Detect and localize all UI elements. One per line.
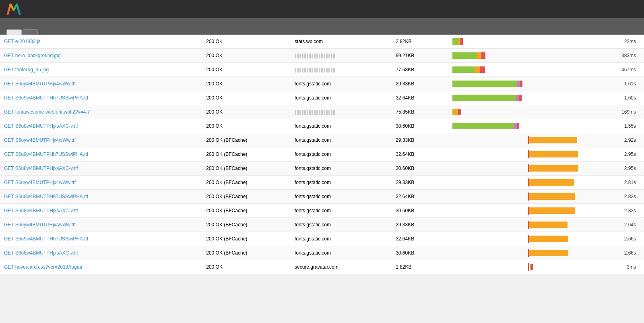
- table-row: GET S6uyw4BMUTPHjx4wWw.ttf200 OKfonts.gs…: [0, 77, 644, 91]
- row-size: 29.33KB: [392, 133, 448, 147]
- table-row: GET S6u9w4BMUTPHh7USSwiPHA.ttf200 OKfont…: [0, 91, 644, 105]
- row-url-link[interactable]: GET hovercard.css?ver=2018Augaa: [4, 264, 82, 270]
- monitis-logo: [6, 2, 21, 16]
- row-time: 2.81s: [593, 176, 644, 190]
- row-chart: [448, 204, 593, 218]
- table-row: GET fontawesome-webfont.woff2?v=4.7200 O…: [0, 105, 644, 119]
- row-url-link[interactable]: GET S6uyw4BMUTPHjx4wWw.ttf: [4, 180, 76, 185]
- bar-segment: [460, 38, 463, 45]
- red-vertical-line: [528, 136, 529, 144]
- row-time: 2.95s: [593, 162, 644, 176]
- row-chart: [448, 147, 593, 162]
- row-chart: [448, 77, 593, 91]
- bar-segment: [516, 95, 519, 101]
- bar-segment: [458, 109, 461, 115]
- row-url-link[interactable]: GET e-201832.js: [4, 39, 41, 44]
- row-url-link[interactable]: GET fontawesome-webfont.woff2?v=4.7: [4, 109, 90, 115]
- row-url-link[interactable]: GET S6uyw4BMUTPHjx4wWw.ttf: [4, 222, 76, 228]
- row-host: fonts.gstatic.com: [291, 246, 392, 260]
- row-size: 32.64KB: [392, 147, 448, 162]
- bar-segment: [529, 193, 575, 200]
- bar-segment: [452, 109, 458, 115]
- bar-segment: [520, 81, 522, 87]
- row-url-link[interactable]: GET S6u9w4BMUTPHh7USSwiPHA.ttf: [4, 151, 88, 157]
- bar-segment: [480, 66, 485, 73]
- row-url-link[interactable]: GET S6u9w4BMUTPHh7USSwiPHA.ttf: [4, 194, 88, 199]
- bar-segment: [481, 52, 485, 59]
- row-status: 200 OK: [202, 35, 291, 49]
- row-url-link[interactable]: GET S6uyw4BMUTPHjx4wWw.ttf: [4, 137, 76, 143]
- row-url-link[interactable]: GET hero_background.jpg: [4, 53, 61, 58]
- row-status: 200 OK: [202, 105, 291, 119]
- row-time: 1.61s: [593, 77, 644, 91]
- row-time: 2.83s: [593, 190, 644, 204]
- table-row: GET S6u9w4BMUTPHh7USSwiPHA.ttf200 OK (BF…: [0, 190, 644, 204]
- table-row: GET S6u9w4BMUTPHh7USSwiPHA.ttf200 OK (BF…: [0, 232, 644, 246]
- bar-segment: [452, 95, 516, 101]
- row-chart: [448, 35, 593, 49]
- bar-segment: [529, 222, 568, 228]
- row-time: 2.95s: [593, 147, 644, 162]
- waterfall-table: GET e-201832.js200 OKstats.wp.com2.82KB2…: [0, 35, 644, 274]
- bar-segment: [529, 207, 575, 214]
- row-time: 2.66s: [593, 232, 644, 246]
- row-url-link[interactable]: GET S6u8w4BMUTPHjxsAXC-v.ttf: [4, 123, 78, 129]
- row-chart: [448, 119, 593, 133]
- row-host: fonts.gstatic.com: [291, 204, 392, 218]
- row-host: fonts.gstatic.com: [291, 119, 392, 133]
- table-row: GET S6uyw4BMUTPHjx4wWw.ttf200 OK (BFCach…: [0, 218, 644, 232]
- tabs-bar: [0, 18, 644, 35]
- bar-segment: [517, 81, 520, 87]
- row-status: 200 OK (BFCache): [202, 218, 291, 232]
- row-host: fonts.gstatic.com: [291, 77, 392, 91]
- row-size: 30.60KB: [392, 204, 448, 218]
- row-status: 200 OK (BFCache): [202, 133, 291, 147]
- row-status: 200 OK (BFCache): [202, 162, 291, 176]
- row-time: 2.83s: [593, 204, 644, 218]
- bar-segment: [517, 123, 519, 129]
- row-time: 383ms: [593, 49, 644, 63]
- table-row: GET e-201832.js200 OKstats.wp.com2.82KB2…: [0, 35, 644, 49]
- row-time: 1.60s: [593, 91, 644, 105]
- row-chart: [448, 232, 593, 246]
- bar-segment: [529, 179, 574, 186]
- row-url-link[interactable]: GET S6u8w4BMUTPHjxsAXC-v.ttf: [4, 166, 78, 171]
- row-url-link[interactable]: GET S6uyw4BMUTPHjx4wWw.ttf: [4, 81, 76, 87]
- row-url-link[interactable]: GET S6u8w4BMUTPHjxsAXC-v.ttf: [4, 250, 78, 256]
- table-row: GET S6u8w4BMUTPHjxsAXC-v.ttf200 OK (BFCa…: [0, 246, 644, 260]
- red-vertical-line: [528, 193, 529, 201]
- row-host: [291, 105, 392, 119]
- row-status: 200 OK: [202, 49, 291, 63]
- row-time: 1.55s: [593, 119, 644, 133]
- row-time: 2.66s: [593, 246, 644, 260]
- tab-page-load[interactable]: [6, 29, 22, 35]
- row-chart: [448, 91, 593, 105]
- row-status: 200 OK: [202, 77, 291, 91]
- row-host: fonts.gstatic.com: [291, 176, 392, 190]
- row-url-link[interactable]: GET S6u9w4BMUTPHh7USSwiPHA.ttf: [4, 236, 88, 242]
- row-size: 2.82KB: [392, 35, 448, 49]
- tab-traceroute[interactable]: [23, 29, 38, 35]
- table-row: GET hovercard.css?ver=2018Augaa200 OKsec…: [0, 260, 644, 274]
- table-row: GET S6uyw4BMUTPHjx4wWw.ttf200 OK (BFCach…: [0, 133, 644, 147]
- row-chart: [448, 105, 593, 119]
- bar-segment: [452, 81, 517, 87]
- row-status: 200 OK (BFCache): [202, 246, 291, 260]
- table-row: GET S6u9w4BMUTPHh7USSwiPHA.ttf200 OK (BF…: [0, 147, 644, 162]
- row-url-link[interactable]: GET S6u8w4BMUTPHjxsAXC-v.ttf: [4, 208, 78, 213]
- bar-segment: [531, 264, 533, 270]
- row-size: 30.60KB: [392, 162, 448, 176]
- row-url-link[interactable]: GET S6u9w4BMUTPHh7USSwiPHA.ttf: [4, 95, 88, 101]
- table-row: GET hero_background.jpg200 OK99.21KB383m…: [0, 49, 644, 63]
- table-row: GET S6u8w4BMUTPHjxsAXC-v.ttf200 OK (BFCa…: [0, 162, 644, 176]
- row-status: 200 OK (BFCache): [202, 204, 291, 218]
- row-status: 200 OK: [202, 260, 291, 274]
- table-row: GET footerbg_35.jpg200 OK77.68KB467ms: [0, 63, 644, 77]
- red-vertical-line: [528, 150, 529, 158]
- row-time: 22ms: [593, 35, 644, 49]
- row-host: fonts.gstatic.com: [291, 162, 392, 176]
- row-url-link[interactable]: GET footerbg_35.jpg: [4, 67, 49, 72]
- row-host: fonts.gstatic.com: [291, 190, 392, 204]
- row-size: 1.82KB: [392, 260, 448, 274]
- row-host: fonts.gstatic.com: [291, 147, 392, 162]
